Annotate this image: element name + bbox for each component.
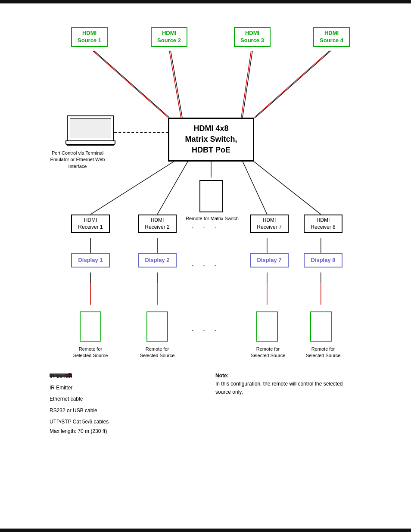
remote-matrix-box	[199, 180, 223, 212]
source-2-box: HDMI Source 2	[151, 27, 187, 47]
svg-line-4	[241, 51, 251, 118]
center-device-box: HDMI 4x8 Matrix Switch, HDBT PoE	[168, 118, 254, 162]
display-dots: · · ·	[192, 261, 220, 270]
remote-2-label: Remote forSelected Source	[134, 346, 181, 359]
laptop-icon	[67, 115, 114, 146]
page-container: HDMI Source 1 HDMI Source 2 HDMISource 3…	[0, 0, 411, 532]
receiver-7-box: HDMIReceiver 7	[250, 215, 289, 233]
remote-8-box	[310, 311, 332, 342]
svg-line-6	[254, 51, 330, 118]
note: Note: In this configuration, the remote …	[215, 372, 353, 397]
svg-line-1	[94, 51, 169, 118]
remote-1-label: Remote forSelected Source	[67, 346, 114, 359]
svg-line-3	[171, 51, 182, 118]
receiver-2-box: HDMIReceiver 2	[138, 215, 177, 233]
remote-7-box	[256, 311, 278, 342]
remote-7-label: Remote forSelected Source	[244, 346, 292, 359]
svg-line-11	[241, 159, 267, 215]
svg-line-0	[93, 51, 168, 118]
display-2-box: Display 2	[138, 253, 177, 268]
middle-dots: · · ·	[192, 223, 220, 232]
diagram: HDMI Source 1 HDMI Source 2 HDMISource 3…	[0, 3, 411, 529]
remote-2-box	[146, 311, 168, 342]
remote-matrix-label: Remote for Matrix Switch	[185, 215, 239, 222]
svg-line-7	[255, 51, 331, 118]
laptop-label: Port Control via Terminal Emulator or Et…	[45, 150, 110, 170]
svg-line-10	[157, 159, 190, 215]
source-4-box: HDMISource 4	[313, 27, 350, 47]
receiver-1-box: HDMIReceiver 1	[71, 215, 110, 233]
svg-line-12	[250, 159, 321, 215]
top-bar	[0, 0, 411, 3]
svg-line-2	[169, 51, 181, 118]
bottom-bar	[0, 529, 411, 532]
receiver-8-box: HDMIReceiver 8	[304, 215, 342, 233]
source-3-box: HDMISource 3	[234, 27, 271, 47]
remote-1-box	[80, 311, 101, 342]
remote-dots: · · ·	[192, 326, 220, 335]
remote-8-label: Remote forSelected Source	[299, 346, 347, 359]
display-7-box: Display 7	[250, 253, 289, 268]
display-8-box: Display 8	[304, 253, 342, 268]
legend: IR Sensor IR Emitter Ethernet cable	[50, 372, 109, 439]
source-1-box: HDMI Source 1	[71, 27, 108, 47]
display-1-box: Display 1	[71, 253, 110, 268]
svg-line-5	[243, 51, 252, 118]
